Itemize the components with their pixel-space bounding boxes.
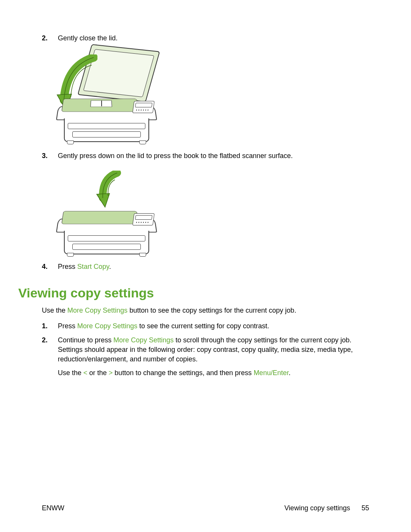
text: to see the current setting for copy cont… — [137, 322, 269, 330]
lt-button-label: < — [83, 369, 88, 377]
printer-close-lid-illustration — [57, 89, 156, 143]
step-number: 2. — [42, 335, 48, 345]
start-copy-link: Start Copy — [77, 263, 109, 270]
page-number: 55 — [362, 504, 369, 512]
step-text: Press Start Copy. — [58, 262, 369, 272]
footer-section-title: Viewing copy settings — [284, 504, 350, 512]
text: or the — [88, 369, 109, 377]
more-copy-settings-link: More Copy Settings — [77, 322, 137, 330]
section-heading: Viewing copy settings — [18, 286, 369, 300]
instruction-list-lower: 1. Press More Copy Settings to see the c… — [42, 321, 369, 378]
footer-left: ENWW — [42, 504, 64, 512]
step-text: Gently press down on the lid to press th… — [58, 151, 369, 161]
arrow-press-icon — [94, 171, 124, 209]
step-number: 1. — [42, 321, 48, 331]
step-4: 4. Press Start Copy. — [42, 262, 369, 272]
text: Use the — [58, 369, 83, 377]
text: . — [288, 369, 290, 377]
step-2: 2. Gently close the lid. — [42, 34, 369, 43]
text: Press — [58, 322, 77, 330]
step-number: 4. — [42, 262, 48, 272]
step-subtext: Use the < or the > button to change the … — [58, 368, 369, 378]
step-text: Continue to press More Copy Settings to … — [58, 335, 369, 364]
text: button to change the settings, and then … — [113, 369, 253, 377]
step-b1: 1. Press More Copy Settings to see the c… — [42, 321, 369, 331]
more-copy-settings-link: More Copy Settings — [67, 307, 127, 314]
svg-marker-1 — [97, 193, 110, 207]
step-3: 3. Gently press down on the lid to press… — [42, 151, 369, 161]
menu-enter-link: Menu/Enter — [253, 369, 288, 377]
text: . — [109, 263, 111, 270]
more-copy-settings-link: More Copy Settings — [113, 336, 174, 344]
text: Press — [58, 263, 77, 270]
step-number: 2. — [42, 34, 48, 43]
text: Use the — [42, 307, 67, 314]
step-text: Gently close the lid. — [58, 34, 369, 43]
page-footer: ENWW Viewing copy settings 55 — [42, 504, 369, 512]
instruction-list-upper: 2. Gently close the lid. — [42, 34, 369, 43]
text: button to see the copy settings for the … — [127, 307, 296, 314]
figure-press-lid — [57, 171, 369, 255]
step-b2: 2. Continue to press More Copy Settings … — [42, 335, 369, 378]
gt-button-label: > — [109, 369, 113, 377]
step-number: 3. — [42, 151, 48, 161]
instruction-list-upper-cont: 3. Gently press down on the lid to press… — [42, 151, 369, 161]
instruction-list-upper-end: 4. Press Start Copy. — [42, 262, 369, 272]
figure-close-lid — [57, 48, 369, 143]
step-text: Press More Copy Settings to see the curr… — [58, 321, 369, 331]
section-intro: Use the More Copy Settings button to see… — [42, 306, 369, 315]
text: Continue to press — [58, 336, 113, 344]
printer-press-lid-illustration — [57, 202, 156, 255]
